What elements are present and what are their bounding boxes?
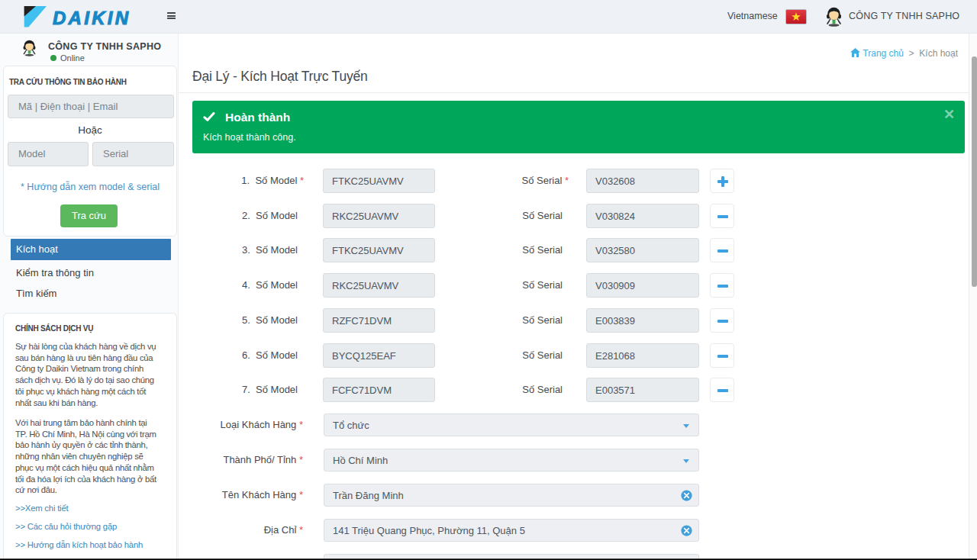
svg-text:DAIKIN: DAIKIN: [53, 8, 129, 28]
